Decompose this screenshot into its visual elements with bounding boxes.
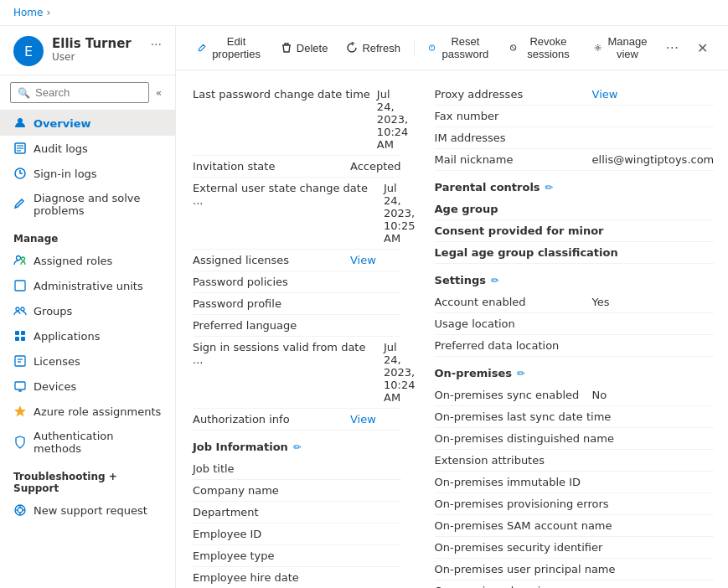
- sidebar-item-licenses[interactable]: Licenses: [0, 348, 175, 374]
- sidebar-item-diagnose[interactable]: Diagnose and solve problems: [0, 186, 175, 223]
- on-premises-edit-icon[interactable]: ✏: [517, 368, 525, 379]
- breadcrumb-separator: ›: [46, 7, 50, 18]
- prop-employee-hire-date-label: Employee hire date: [193, 571, 343, 584]
- prop-on-prem-upn-label: On-premises user principal name: [435, 563, 616, 575]
- prop-job-title: Job title: [193, 458, 401, 480]
- revoke-sessions-button[interactable]: Revoke sessions: [501, 31, 584, 64]
- prop-account-enabled-label: Account enabled: [435, 296, 586, 308]
- sidebar-item-support[interactable]: New support request: [0, 498, 175, 523]
- sidebar-item-groups-label: Groups: [34, 305, 72, 317]
- prop-consent-minor-label: Consent provided for minor: [435, 224, 604, 237]
- prop-account-enabled-value: Yes: [592, 296, 610, 308]
- prop-employee-id: Employee ID: [193, 524, 401, 545]
- prop-preferred-language: Preferred language: [193, 315, 401, 337]
- prop-assigned-licenses-link[interactable]: View: [350, 254, 376, 266]
- user-role: User: [52, 51, 142, 63]
- search-input[interactable]: [35, 86, 142, 99]
- properties-area: Last password change date time Jul 24, 2…: [176, 70, 728, 588]
- sidebar-item-admin-units[interactable]: Administrative units: [0, 273, 175, 298]
- prop-authorization-info-link[interactable]: View: [350, 413, 376, 426]
- sign-in-logs-icon: [13, 167, 27, 180]
- svg-marker-21: [14, 405, 26, 417]
- sidebar-item-overview[interactable]: Overview: [0, 111, 175, 136]
- on-premises-label: On-premises: [435, 367, 513, 379]
- refresh-button[interactable]: Refresh: [338, 38, 409, 59]
- edit-icon: [198, 42, 206, 54]
- sidebar-item-azure-roles[interactable]: Azure role assignments: [0, 399, 175, 424]
- prop-on-prem-sync-enabled-value: No: [592, 389, 607, 401]
- user-more-button[interactable]: ···: [151, 38, 162, 51]
- job-info-label: Job Information: [193, 441, 288, 453]
- settings-label: Settings: [435, 274, 486, 286]
- prop-authorization-info: Authorization info View: [193, 409, 401, 431]
- edit-properties-button[interactable]: Edit properties: [189, 31, 271, 64]
- prop-on-prem-upn: On-premises user principal name: [435, 559, 715, 580]
- sidebar-item-audit-logs[interactable]: Audit logs: [0, 136, 175, 161]
- sidebar-item-sign-in-logs[interactable]: Sign-in logs: [0, 161, 175, 186]
- sidebar-item-overview-label: Overview: [34, 117, 91, 130]
- delete-icon: [281, 42, 292, 54]
- sidebar-item-support-label: New support request: [34, 504, 147, 517]
- prop-on-prem-sam-label: On-premises SAM account name: [435, 519, 612, 532]
- prop-on-prem-sync-enabled-label: On-premises sync enabled: [435, 389, 586, 401]
- properties-grid: Last password change date time Jul 24, 2…: [193, 84, 711, 588]
- devices-icon: [13, 379, 27, 393]
- sidebar-item-applications[interactable]: Applications: [0, 323, 175, 348]
- support-icon: [13, 503, 27, 517]
- job-info-section-header: Job Information ✏: [193, 431, 401, 458]
- collapse-button[interactable]: «: [152, 84, 165, 102]
- sidebar-item-applications-label: Applications: [34, 330, 100, 343]
- prop-on-prem-distinguished: On-premises distinguished name: [435, 428, 715, 450]
- left-column: Last password change date time Jul 24, 2…: [193, 84, 401, 588]
- svg-rect-12: [21, 331, 25, 335]
- admin-units-icon: [13, 279, 27, 292]
- parental-controls-edit-icon[interactable]: ✏: [545, 182, 554, 193]
- prop-assigned-licenses: Assigned licenses View: [193, 250, 401, 271]
- audit-logs-icon: [13, 142, 27, 155]
- breadcrumb: Home ›: [0, 0, 728, 26]
- prop-password-policies: Password policies: [193, 271, 401, 293]
- prop-proxy-addresses-link[interactable]: View: [592, 88, 618, 101]
- sidebar: E Ellis Turner User ··· 🔍 «: [0, 26, 176, 588]
- reset-password-button[interactable]: Reset password: [420, 31, 499, 64]
- auth-methods-icon: [13, 436, 27, 449]
- prop-external-state: External user state change date ... Jul …: [193, 178, 401, 250]
- toolbar-more-button[interactable]: ···: [659, 37, 685, 59]
- prop-on-prem-sam: On-premises SAM account name: [435, 515, 715, 537]
- prop-department-label: Department: [193, 506, 343, 518]
- delete-button[interactable]: Delete: [272, 38, 337, 59]
- prop-employee-id-label: Employee ID: [193, 528, 343, 540]
- breadcrumb-home[interactable]: Home: [13, 7, 43, 18]
- groups-icon: [13, 304, 27, 317]
- svg-point-6: [17, 256, 21, 260]
- user-info: Ellis Turner User: [52, 36, 142, 63]
- svg-point-10: [21, 307, 24, 311]
- parental-controls-label: Parental controls: [435, 181, 540, 193]
- prop-on-prem-immutable-id-label: On-premises immutable ID: [435, 476, 586, 488]
- sidebar-item-sign-in-logs-label: Sign-in logs: [34, 168, 97, 180]
- prop-extension-attributes: Extension attributes: [435, 450, 715, 472]
- sidebar-item-assigned-roles[interactable]: Assigned roles: [0, 248, 175, 273]
- manage-view-button[interactable]: Manage view: [586, 31, 658, 64]
- sidebar-item-assigned-roles-label: Assigned roles: [34, 255, 112, 267]
- svg-rect-8: [15, 281, 25, 291]
- prop-im-addresses: IM addresses: [435, 127, 715, 149]
- settings-edit-icon[interactable]: ✏: [491, 275, 499, 286]
- prop-password-policies-label: Password policies: [193, 276, 343, 288]
- settings-header: Settings ✏: [435, 264, 715, 291]
- azure-roles-icon: [13, 405, 27, 418]
- sidebar-item-auth-methods[interactable]: Authentication methods: [0, 424, 175, 461]
- prop-on-prem-last-sync-label: On-premises last sync date time: [435, 410, 612, 423]
- sidebar-item-groups[interactable]: Groups: [0, 298, 175, 323]
- right-column: Proxy addresses View Fax number IM addre…: [435, 84, 715, 588]
- svg-point-33: [596, 47, 599, 49]
- svg-rect-13: [15, 337, 19, 341]
- close-button[interactable]: ✕: [690, 37, 715, 59]
- sidebar-item-devices[interactable]: Devices: [0, 374, 175, 399]
- prop-usage-location: Usage location: [435, 313, 715, 335]
- job-info-edit-icon[interactable]: ✏: [293, 441, 302, 453]
- prop-external-state-value: Jul 24, 2023, 10:25 AM: [384, 182, 415, 245]
- svg-point-9: [16, 307, 19, 311]
- manage-nav: Assigned roles Administrative units Grou…: [0, 248, 175, 461]
- prop-legal-age: Legal age group classification: [435, 242, 715, 264]
